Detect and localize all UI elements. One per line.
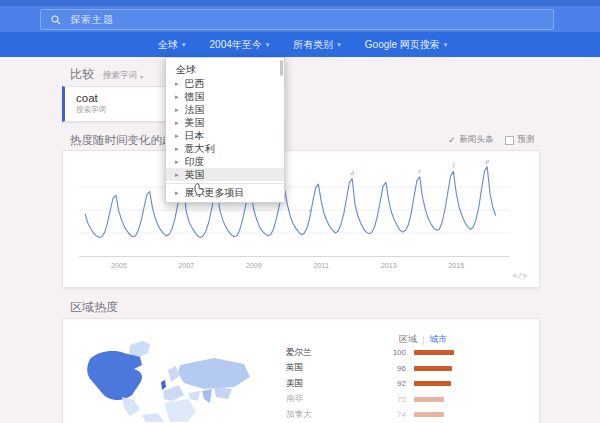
region-value-bar <box>414 397 444 402</box>
svg-text:g: g <box>485 157 489 165</box>
geo-dropdown-item[interactable]: ▸德国 <box>166 90 284 103</box>
region-value-bar <box>414 366 452 371</box>
timechart-controls: ✓ 新闻头条 预测 <box>448 134 535 146</box>
search-icon <box>51 11 61 29</box>
arrow-right-icon: ▸ <box>175 171 179 179</box>
region-title: 区域热度 <box>70 299 118 316</box>
forecast-toggle[interactable]: 预测 <box>505 134 535 146</box>
term-card-coat[interactable]: coat 搜索字词 <box>62 86 176 122</box>
geo-item-label: 意大利 <box>185 142 215 156</box>
arrow-right-icon: ▸ <box>175 132 179 140</box>
region-name[interactable]: 南非 <box>286 393 378 405</box>
map-middle-east <box>188 391 200 401</box>
arrow-right-icon: ▸ <box>175 93 179 101</box>
svg-text:2009: 2009 <box>246 262 262 269</box>
map-europe <box>163 385 184 401</box>
toggle-divider: | <box>422 335 424 345</box>
compare-type-filter[interactable]: 搜索字词 ▾ <box>103 70 143 82</box>
map-south-america <box>142 413 164 422</box>
geo-dropdown-item[interactable]: ▸印度 <box>166 155 284 168</box>
checkbox-empty-icon <box>505 136 514 145</box>
geo-dropdown-item[interactable]: ▸美国 <box>166 116 284 129</box>
geo-item-label: 德国 <box>185 90 205 104</box>
geo-dropdown-item[interactable]: ▸巴西 <box>166 77 284 90</box>
world-map[interactable] <box>84 337 254 423</box>
map-scandinavia <box>168 366 179 382</box>
region-row: 爱尔兰100 <box>286 345 531 361</box>
svg-text:2005: 2005 <box>111 262 127 269</box>
filter-geo[interactable]: 全球 ▾ <box>158 38 186 52</box>
search-input[interactable]: 探索主题 <box>40 9 554 30</box>
check-icon: ✓ <box>448 135 456 145</box>
chevron-down-icon: ▾ <box>444 41 448 49</box>
geo-item-label: 日本 <box>185 129 205 143</box>
filter-category-label: 所有类别 <box>293 38 333 52</box>
geo-dropdown-item[interactable]: ▸法国 <box>166 103 284 116</box>
geo-dropdown: 全球 ▸巴西▸德国▸法国▸美国▸日本▸意大利▸印度▸英国 ▸ 展示更多项目 <box>165 57 285 203</box>
geo-item-label: 印度 <box>185 155 205 169</box>
filter-search-type[interactable]: Google 网页搜索 ▾ <box>365 38 448 52</box>
svg-text:d: d <box>350 169 354 177</box>
geo-item-label: 英国 <box>185 168 205 182</box>
region-name[interactable]: 英国 <box>286 362 378 374</box>
region-value: 100 <box>378 348 406 357</box>
svg-text:f: f <box>452 161 455 169</box>
svg-text:2015: 2015 <box>448 262 464 269</box>
term-name: coat <box>65 87 175 104</box>
region-row: 美国92 <box>286 376 531 392</box>
dropdown-divider <box>166 183 284 184</box>
region-name[interactable]: 加拿大 <box>286 409 378 421</box>
geo-dropdown-item[interactable]: ▸意大利 <box>166 142 284 155</box>
region-name[interactable]: 爱尔兰 <box>286 347 378 359</box>
region-value-bar <box>414 350 454 355</box>
term-type-label: 搜索字词 <box>65 104 175 115</box>
chevron-down-icon: ▾ <box>140 73 143 80</box>
filter-search-type-label: Google 网页搜索 <box>365 38 440 52</box>
geo-dropdown-item[interactable]: ▸日本 <box>166 129 284 142</box>
svg-text:e: e <box>418 167 421 175</box>
forecast-label: 预测 <box>518 134 535 146</box>
region-row: 南非75 <box>286 392 531 408</box>
news-headlines-toggle[interactable]: ✓ 新闻头条 <box>448 134 494 146</box>
svg-text:2007: 2007 <box>178 262 194 269</box>
filter-geo-label: 全球 <box>158 38 178 52</box>
geo-dropdown-show-more[interactable]: ▸ 展示更多项目 <box>166 186 284 199</box>
search-placeholder: 探索主题 <box>70 13 114 27</box>
region-name[interactable]: 美国 <box>286 378 378 390</box>
region-list: 爱尔兰100英国96美国92南非75加拿大74 <box>286 345 531 423</box>
svg-text:2011: 2011 <box>314 262 329 269</box>
embed-code-button[interactable]: </> <box>513 271 527 280</box>
geo-item-label: 巴西 <box>185 77 205 91</box>
dropdown-scrollbar[interactable] <box>280 60 283 76</box>
map-north-america <box>87 351 142 400</box>
arrow-right-icon: ▸ <box>175 189 179 197</box>
filter-category[interactable]: 所有类别 ▾ <box>293 38 341 52</box>
compare-type-filter-label: 搜索字词 <box>103 70 137 82</box>
region-value: 92 <box>378 379 406 388</box>
geo-item-label: 法国 <box>185 103 205 117</box>
interest-by-region-card: 区域 | 城市 爱尔兰100英国96美国92南非75加拿大74 <box>62 318 540 423</box>
search-bar: 探索主题 <box>0 6 600 32</box>
region-value: 75 <box>378 395 406 404</box>
map-india <box>202 389 212 403</box>
map-russia-asia <box>178 358 250 389</box>
arrow-right-icon: ▸ <box>175 145 179 153</box>
arrow-right-icon: ▸ <box>175 106 179 114</box>
arrow-right-icon: ▸ <box>175 119 179 127</box>
map-africa <box>164 399 196 422</box>
chevron-down-icon: ▾ <box>266 41 270 49</box>
svg-text:2013: 2013 <box>381 262 397 269</box>
geo-dropdown-item-worldwide[interactable]: 全球 <box>166 58 284 77</box>
chevron-down-icon: ▾ <box>182 41 186 49</box>
region-value: 96 <box>378 364 406 373</box>
region-row: 加拿大74 <box>286 407 531 423</box>
cursor-pointer-icon <box>194 182 205 200</box>
map-uk <box>161 380 166 390</box>
arrow-right-icon: ▸ <box>175 158 179 166</box>
interest-over-time-chart[interactable]: 200520072009201120132015cdefg <box>63 156 539 278</box>
geo-dropdown-item[interactable]: ▸英国 <box>166 168 284 181</box>
region-value-bar <box>414 381 451 386</box>
region-value-bar <box>414 412 444 417</box>
filter-time[interactable]: 2004年至今 ▾ <box>210 38 270 52</box>
news-headlines-label: 新闻头条 <box>460 134 494 146</box>
